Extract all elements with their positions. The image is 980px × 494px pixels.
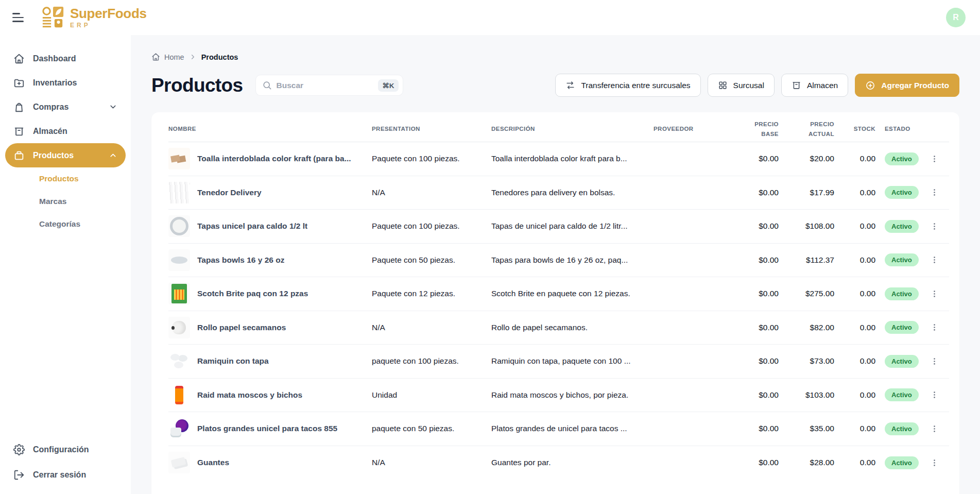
page-title: Productos bbox=[151, 75, 243, 96]
transfer-branches-button[interactable]: Transferencia entre surcusales bbox=[555, 74, 700, 97]
presentation-cell: Unidad bbox=[372, 390, 491, 400]
row-actions-button[interactable] bbox=[927, 421, 942, 436]
sidebar-item-almacen[interactable]: Almacén bbox=[5, 119, 126, 143]
presentation-cell: paquete con 50 piezas. bbox=[372, 424, 491, 433]
estado-cell: Activo bbox=[875, 186, 927, 199]
logout-icon bbox=[13, 469, 25, 481]
status-badge: Activo bbox=[885, 388, 919, 401]
product-name-cell: Raid mata moscos y bichos bbox=[168, 384, 372, 406]
table-row: Tapas unicel para caldo 1/2 lt Paquete c… bbox=[168, 210, 949, 244]
table-row: Toalla interdoblada color kraft (para ba… bbox=[168, 142, 949, 176]
presentation-cell: Paquete con 100 piezas. bbox=[372, 154, 491, 163]
actions-cell bbox=[927, 252, 949, 268]
table-row: Scotch Brite paq con 12 pzas Paquete con… bbox=[168, 277, 949, 311]
submenu-item-marcas[interactable]: Marcas bbox=[5, 190, 126, 213]
estado-cell: Activo bbox=[875, 355, 927, 368]
sidebar-item-cerrar-sesion[interactable]: Cerrar sesión bbox=[5, 463, 126, 487]
row-actions-button[interactable] bbox=[927, 151, 942, 166]
gear-icon bbox=[13, 444, 25, 455]
archive-box-icon bbox=[13, 126, 25, 137]
actions-cell bbox=[927, 320, 949, 335]
table-row: Tapas bowls 16 y 26 oz Paquete con 50 pi… bbox=[168, 244, 949, 278]
estado-cell: Activo bbox=[875, 152, 927, 165]
sidebar-item-configuracion[interactable]: Configuración bbox=[5, 437, 126, 462]
kebab-menu-icon bbox=[930, 155, 939, 163]
row-actions-button[interactable] bbox=[927, 185, 942, 200]
kebab-menu-icon bbox=[930, 188, 939, 197]
row-actions-button[interactable] bbox=[927, 252, 942, 268]
products-table-card: NOMBRE PRESENTATION DESCRIPCIÓN PROVEEDO… bbox=[151, 112, 959, 494]
product-name: Guantes bbox=[197, 458, 229, 467]
branch-button[interactable]: Surcusal bbox=[708, 74, 775, 97]
submenu-item-categorias[interactable]: Categorías bbox=[5, 213, 126, 235]
column-header-nombre: NOMBRE bbox=[168, 124, 372, 133]
row-actions-button[interactable] bbox=[927, 455, 942, 470]
product-name-cell: Guantes bbox=[168, 452, 372, 473]
product-name: Rollo papel secamanos bbox=[197, 323, 286, 332]
sidebar-item-dashboard[interactable]: Dashboard bbox=[5, 46, 126, 71]
description-cell: Tenedores para delivery en bolsas. bbox=[491, 188, 654, 197]
plus-circle-icon bbox=[865, 80, 875, 91]
row-actions-button[interactable] bbox=[927, 218, 942, 234]
table-row: Rollo papel secamanos N/A Rollo de papel… bbox=[168, 311, 949, 345]
row-actions-button[interactable] bbox=[927, 353, 942, 369]
product-name: Scotch Brite paq con 12 pzas bbox=[197, 289, 308, 298]
row-actions-button[interactable] bbox=[927, 320, 942, 335]
product-image bbox=[168, 452, 190, 473]
shopping-bag-icon bbox=[13, 101, 25, 113]
precio-actual-cell: $17.99 bbox=[779, 188, 834, 197]
precio-base-cell: $0.00 bbox=[728, 154, 779, 163]
product-name: Tenedor Delivery bbox=[197, 188, 262, 197]
estado-cell: Activo bbox=[875, 253, 927, 266]
kebab-menu-icon bbox=[930, 458, 939, 467]
precio-actual-cell: $20.00 bbox=[779, 154, 834, 163]
row-actions-button[interactable] bbox=[927, 387, 942, 403]
column-header-estado: ESTADO bbox=[875, 124, 927, 133]
status-badge: Activo bbox=[885, 287, 919, 300]
brand-logo: SuperFoods ERP bbox=[41, 6, 147, 29]
precio-actual-cell: $28.00 bbox=[779, 458, 834, 467]
table-body: Toalla interdoblada color kraft (para ba… bbox=[168, 142, 949, 480]
breadcrumb-home-link[interactable]: Home bbox=[151, 53, 184, 61]
sidebar-item-compras[interactable]: Compras bbox=[5, 95, 126, 119]
search-input[interactable] bbox=[277, 81, 374, 90]
precio-base-cell: $0.00 bbox=[728, 323, 779, 332]
column-header-stock: STOCK bbox=[834, 124, 875, 133]
status-badge: Activo bbox=[885, 355, 919, 368]
precio-base-cell: $0.00 bbox=[728, 188, 779, 197]
precio-actual-cell: $112.37 bbox=[779, 255, 834, 265]
description-cell: Toalla interdoblada color kraft para b..… bbox=[491, 154, 654, 163]
transfer-icon bbox=[565, 80, 575, 90]
stock-cell: 0.00 bbox=[834, 289, 875, 298]
description-cell: Guantes por par. bbox=[491, 458, 654, 467]
user-avatar[interactable]: R bbox=[946, 8, 966, 27]
kebab-menu-icon bbox=[930, 357, 939, 366]
estado-cell: Activo bbox=[875, 388, 927, 401]
precio-base-cell: $0.00 bbox=[728, 390, 779, 400]
product-name: Raid mata moscos y bichos bbox=[197, 390, 302, 400]
product-name-cell: Toalla interdoblada color kraft (para ba… bbox=[168, 148, 372, 169]
submenu-item-productos[interactable]: Productos bbox=[5, 167, 126, 190]
warehouse-button[interactable]: Almacen bbox=[781, 74, 848, 97]
precio-base-cell: $0.00 bbox=[728, 222, 779, 231]
presentation-cell: N/A bbox=[372, 188, 491, 197]
stock-cell: 0.00 bbox=[834, 222, 875, 231]
sidebar-item-productos[interactable]: Productos bbox=[5, 143, 126, 167]
stock-cell: 0.00 bbox=[834, 255, 875, 265]
precio-actual-cell: $35.00 bbox=[779, 424, 834, 433]
column-header-precio-base: PRECIO BASE bbox=[728, 120, 779, 139]
actions-cell bbox=[927, 387, 949, 403]
row-actions-button[interactable] bbox=[927, 286, 942, 301]
actions-cell bbox=[927, 353, 949, 369]
column-header-precio-actual: PRECIO ACTUAL bbox=[779, 120, 834, 139]
product-name: Platos grandes unicel para tacos 855 bbox=[197, 424, 337, 433]
product-name-cell: Ramiquin con tapa bbox=[168, 350, 372, 372]
menu-toggle-button[interactable] bbox=[12, 9, 30, 26]
product-image bbox=[168, 215, 190, 237]
product-name-cell: Scotch Brite paq con 12 pzas bbox=[168, 283, 372, 304]
add-product-button[interactable]: Agregar Producto bbox=[855, 74, 959, 97]
product-image bbox=[168, 418, 190, 439]
superfoods-logo-icon bbox=[41, 6, 65, 29]
sidebar-item-inventarios[interactable]: Inventarios bbox=[5, 71, 126, 95]
home-icon bbox=[13, 53, 25, 64]
